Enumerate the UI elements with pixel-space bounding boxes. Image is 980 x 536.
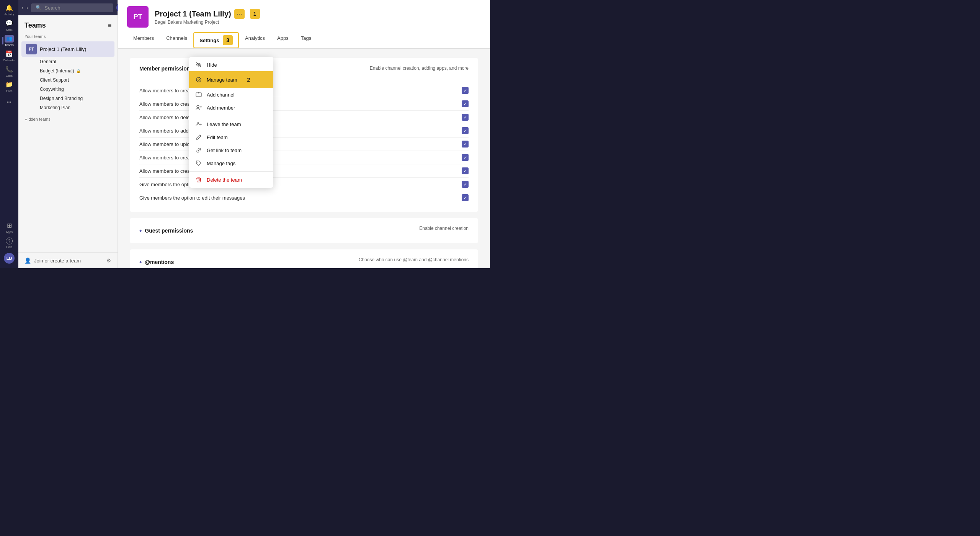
team-avatar-project1: PT [26, 44, 37, 54]
team-header-top: PT Project 1 (Team Lilly) ··· 1 Bagel Ba… [127, 6, 481, 28]
setting-row-7: Allow members to create, update, and rem… [139, 164, 469, 178]
channel-budget[interactable]: Budget (Internal) 🔒 [21, 67, 114, 75]
svg-point-3 [198, 79, 199, 80]
checkbox-5[interactable]: ✓ [462, 141, 469, 148]
checkbox-4[interactable]: ✓ [462, 127, 469, 134]
checkbox-1[interactable]: ✓ [462, 87, 469, 94]
calendar-icon: 📅 [5, 50, 13, 58]
menu-manage-tags[interactable]: Manage tags [189, 157, 273, 170]
channel-general-name: General [40, 59, 56, 64]
add-member-icon [195, 104, 202, 111]
member-permissions-section: Member permissions Enable channel creati… [130, 58, 478, 212]
your-teams-label: Your teams [18, 33, 118, 41]
nav-apps[interactable]: ⊞ Apps [2, 221, 16, 234]
tab-channels[interactable]: Channels [160, 32, 193, 48]
channel-budget-name: Budget (Internal) [40, 68, 74, 74]
teams-header: Teams ≡ [18, 15, 118, 33]
channel-design-branding[interactable]: Design and Branding [21, 94, 114, 103]
channel-copywriting[interactable]: Copywriting [21, 85, 114, 93]
nav-more[interactable]: ••• [2, 95, 16, 109]
nav-calls[interactable]: 📞 Calls [2, 64, 16, 78]
tab-tags[interactable]: Tags [295, 32, 317, 48]
svg-point-10 [197, 122, 199, 124]
delete-team-label: Delete the team [207, 177, 242, 183]
menu-manage-team[interactable]: Manage team 2 [189, 71, 273, 88]
sidebar-bottom-icons: ⊞ Apps ? Help LB [2, 221, 16, 265]
channel-copywriting-name: Copywriting [40, 87, 64, 92]
manage-team-icon [195, 76, 202, 83]
nav-calendar[interactable]: 📅 Calendar [2, 49, 16, 63]
calls-icon: 📞 [5, 66, 13, 73]
menu-leave-team[interactable]: Leave the team [189, 118, 273, 131]
permissions-desc: Enable channel creation, adding apps, an… [370, 66, 469, 71]
manage-team-label: Manage team [207, 77, 237, 83]
bullet-icon: • [139, 227, 142, 235]
edit-team-label: Edit team [207, 134, 228, 140]
team-ellipsis-button[interactable]: ··· [234, 9, 245, 19]
person-icon: 👤 [24, 257, 31, 264]
search-container: 🔍 [31, 3, 113, 12]
team-header-area: PT Project 1 (Team Lilly) ··· 1 Bagel Ba… [118, 0, 490, 49]
menu-add-member[interactable]: Add member [189, 101, 273, 114]
checkbox-7[interactable]: ✓ [462, 167, 469, 174]
nav-files[interactable]: 📁 Files [2, 80, 16, 93]
channel-client-support-name: Client Support [40, 77, 69, 83]
nav-teams[interactable]: 👥 Teams [2, 34, 16, 48]
forward-arrow[interactable]: › [26, 3, 28, 12]
menu-hide[interactable]: Hide [189, 58, 273, 71]
checkbox-3[interactable]: ✓ [462, 114, 469, 121]
user-avatar[interactable]: LB [2, 251, 16, 265]
setting-row-5: Allow members to upload custom apps ✓ [139, 138, 469, 151]
hidden-teams-label: Hidden teams [18, 112, 118, 124]
teams-bottom: 👤 Join or create a team ⚙ [18, 252, 118, 268]
chat-icon: 💬 [5, 20, 13, 27]
checkbox-6[interactable]: ✓ [462, 154, 469, 161]
menu-divider-1 [189, 116, 273, 116]
team-name-project1: Project 1 (Team Lilly) [40, 46, 86, 52]
settings-icon[interactable]: ⚙ [106, 257, 111, 264]
teams-filter-icon[interactable]: ≡ [108, 22, 111, 29]
nav-help[interactable]: ? Help [2, 236, 16, 250]
dropdown-menu: Hide Manage team 2 Add channel [189, 57, 273, 188]
nav-activity[interactable]: 🔔 Activity [2, 3, 16, 17]
menu-get-link[interactable]: Get link to team [189, 144, 273, 157]
edit-team-icon [195, 134, 202, 141]
checkbox-8[interactable]: ✓ [462, 181, 469, 188]
menu-add-channel[interactable]: Add channel [189, 88, 273, 101]
nav-chat[interactable]: 💬 Chat [2, 18, 16, 32]
menu-delete-team[interactable]: Delete the team [189, 173, 273, 186]
join-create-text[interactable]: Join or create a team [34, 258, 81, 264]
tab-settings[interactable]: Settings 3 [193, 32, 239, 48]
apps-label: Apps [6, 230, 13, 234]
team-header-info: Project 1 (Team Lilly) ··· 1 Bagel Baker… [155, 9, 260, 25]
checkbox-2[interactable]: ✓ [462, 100, 469, 107]
tab-members[interactable]: Members [127, 32, 160, 48]
guest-header-row: • Guest permissions Enable channel creat… [139, 226, 469, 236]
user-avatar-image: LB [4, 253, 15, 264]
channel-marketing-plan-name: Marketing Plan [40, 105, 70, 110]
checkbox-9[interactable]: ✓ [462, 194, 469, 201]
teams-nav-label: Teams [5, 43, 14, 47]
leave-team-label: Leave the team [207, 121, 241, 127]
teams-icon: 👥 [5, 35, 14, 43]
back-arrow[interactable]: ‹ [21, 3, 23, 12]
mentions-title: • @mentions [139, 258, 174, 266]
channel-marketing-plan[interactable]: Marketing Plan [21, 103, 114, 112]
mentions-section: • @mentions Choose who can use @team and… [130, 249, 478, 268]
team-item-project1[interactable]: PT Project 1 (Team Lilly) [21, 41, 114, 57]
channel-general[interactable]: General [21, 57, 114, 66]
setting-row-1: Allow members to create and update chann… [139, 84, 469, 97]
permissions-label-group: Member permissions [139, 66, 193, 78]
svg-point-12 [197, 162, 198, 162]
search-input[interactable] [44, 5, 109, 11]
guest-permissions-title: • Guest permissions [139, 227, 193, 235]
setting-row-3: Allow members to delete and restore chan… [139, 111, 469, 124]
tab-apps[interactable]: Apps [271, 32, 295, 48]
channel-client-support[interactable]: Client Support [21, 76, 114, 84]
step-2-badge: 2 [243, 74, 254, 85]
tab-analytics[interactable]: Analytics [239, 32, 271, 48]
svg-point-2 [196, 77, 201, 82]
menu-edit-team[interactable]: Edit team [189, 131, 273, 144]
activity-icon: 🔔 [5, 4, 13, 12]
ellipsis-text: ··· [237, 10, 242, 18]
